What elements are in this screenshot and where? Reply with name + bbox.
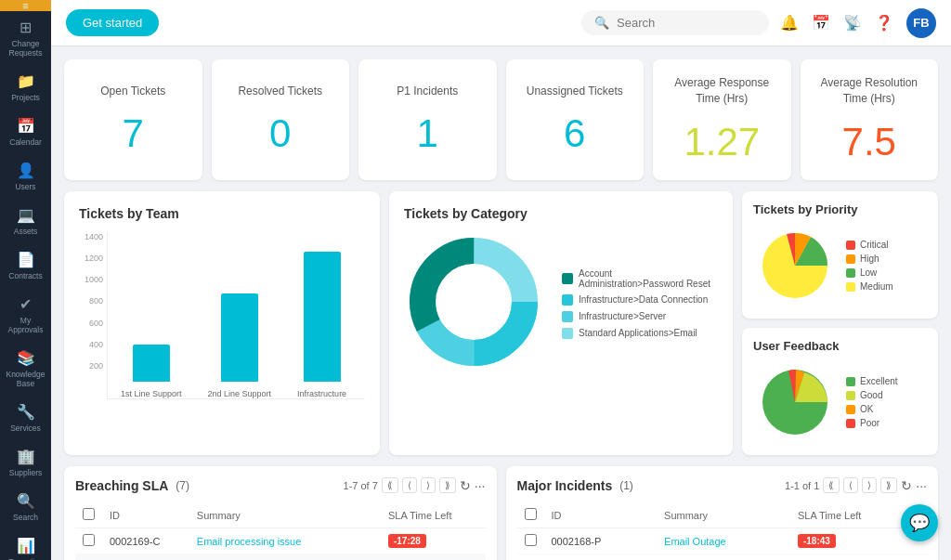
change-requests-icon: ⊞ <box>20 19 32 36</box>
major-incidents-header: Major Incidents (1) 1-1 of 1 ⟪ ⟨ ⟩ ⟫ ↻ ·… <box>517 477 928 493</box>
stat-resolved-tickets: Resolved Tickets 0 <box>212 59 350 180</box>
sidebar-item-assets[interactable]: 💻 Assets <box>0 199 51 243</box>
stats-row: Open Tickets 7 Resolved Tickets 0 P1 Inc… <box>64 59 938 180</box>
next-btn[interactable]: ⟩ <box>862 477 877 493</box>
legend-item-3: Standard Applications>Email <box>562 328 718 339</box>
bar-2nd-line: 2nd Line Support <box>208 293 272 398</box>
services-icon: 🔧 <box>17 403 35 421</box>
more-btn[interactable]: ··· <box>475 478 486 493</box>
donut-area: Account Administration>Password Reset In… <box>404 232 718 374</box>
legend-item-1: Infrastructure>Data Connection <box>562 294 718 306</box>
stat-p1-incidents: P1 Incidents 1 <box>358 59 497 180</box>
refresh-btn[interactable]: ↻ <box>460 478 471 493</box>
sidebar-item-contracts[interactable]: 📄 Contracts <box>0 243 51 288</box>
get-started-button[interactable]: Get started <box>66 9 159 36</box>
bar-infrastructure-bar <box>304 252 341 382</box>
donut-legend: Account Administration>Password Reset In… <box>562 268 718 339</box>
breaching-sla-pagination: 1-7 of 7 ⟪ ⟨ ⟩ ⟫ ↻ ··· <box>344 477 486 493</box>
legend-item-2: Infrastructure>Server <box>562 311 718 322</box>
right-charts: Tickets by Priority <box>742 191 938 455</box>
sidebar-item-search[interactable]: 🔍 Search <box>0 485 51 529</box>
sidebar-item-projects[interactable]: 📁 Projects <box>0 65 51 110</box>
select-all-checkbox[interactable] <box>83 508 95 520</box>
sidebar-item-calendar[interactable]: 📅 Calendar <box>0 110 51 154</box>
row-checkbox[interactable] <box>525 534 537 546</box>
calendar-header-icon[interactable]: 📅 <box>812 14 830 32</box>
sidebar-item-change-requests[interactable]: ⊞ Change Requests <box>0 11 51 65</box>
summary-link[interactable]: Email processing issue <box>197 536 302 547</box>
prev-prev-btn[interactable]: ⟪ <box>382 477 398 493</box>
sidebar-item-users[interactable]: 👤 Users <box>0 154 51 199</box>
suppliers-icon: 🏢 <box>17 448 35 465</box>
summary-link[interactable]: Email Outage <box>664 536 726 547</box>
major-incidents-title: Major Incidents <box>517 478 613 493</box>
sidebar-logo: ≡ <box>0 0 51 11</box>
more-btn[interactable]: ··· <box>916 478 927 493</box>
donut-svg <box>404 232 543 374</box>
assets-icon: 💻 <box>17 206 35 224</box>
tables-row: Breaching SLA (7) 1-7 of 7 ⟪ ⟨ ⟩ ⟫ ↻ ··· <box>64 466 938 560</box>
next-next-btn[interactable]: ⟫ <box>880 477 897 493</box>
rss-icon[interactable]: 📡 <box>843 14 862 32</box>
donut-chart-card: Tickets by Category <box>389 191 733 455</box>
users-icon: 👤 <box>17 162 35 179</box>
feedback-chart-card: User Feedback Excellent <box>742 328 938 455</box>
calendar-icon: 📅 <box>17 117 35 135</box>
feedback-legend: Excellent Good OK <box>846 376 898 428</box>
main-content: Get started 🔍 🔔 📅 📡 ❓ FB Open Tickets 7 … <box>51 0 951 560</box>
sla-badge: -18:43 <box>798 534 836 548</box>
breaching-sla-card: Breaching SLA (7) 1-7 of 7 ⟪ ⟨ ⟩ ⟫ ↻ ··· <box>64 466 497 560</box>
charts-row: Tickets by Team 1400 1200 1000 800 600 4… <box>64 191 938 455</box>
priority-pie-area: Critical High Low <box>753 224 927 307</box>
contracts-icon: 📄 <box>17 251 35 268</box>
select-all-checkbox[interactable] <box>525 508 537 520</box>
major-incidents-pagination: 1-1 of 1 ⟪ ⟨ ⟩ ⟫ ↻ ··· <box>785 477 927 493</box>
bar-1st-line: 1st Line Support <box>121 345 182 398</box>
prev-btn[interactable]: ⟨ <box>843 477 858 493</box>
major-incidents-table: ID Summary SLA Time Left 0002168-P Email… <box>517 502 928 554</box>
breaching-sla-table: ID Summary SLA Time Left 0002169-C Email… <box>75 502 486 560</box>
prev-prev-btn[interactable]: ⟪ <box>823 477 840 493</box>
sidebar-item-knowledge[interactable]: 📚 Knowledge Base <box>0 342 51 396</box>
next-next-btn[interactable]: ⟫ <box>439 477 456 493</box>
refresh-btn[interactable]: ↻ <box>901 478 912 493</box>
search-input[interactable] <box>617 16 756 30</box>
table-row: 0002168-P Email Outage -18:43 <box>75 554 486 561</box>
help-icon[interactable]: ❓ <box>875 14 893 32</box>
stat-unassigned-tickets: Unassigned Tickets 6 <box>506 59 645 180</box>
row-checkbox[interactable] <box>83 534 95 546</box>
bar-1st-line-bar <box>133 345 170 382</box>
major-incidents-card: Major Incidents (1) 1-1 of 1 ⟪ ⟨ ⟩ ⟫ ↻ ·… <box>506 466 939 560</box>
table-row: 0002169-C Email processing issue -17:28 <box>75 528 486 554</box>
sidebar-item-services[interactable]: 🔧 Services <box>0 396 51 440</box>
approvals-icon: ✔ <box>20 295 32 313</box>
priority-legend: Critical High Low <box>846 240 893 292</box>
sidebar-item-suppliers[interactable]: 🏢 Suppliers <box>0 440 51 485</box>
search-box: 🔍 <box>581 10 769 35</box>
stat-avg-response: Average Response Time (Hrs) 1.27 <box>653 59 791 180</box>
feedback-chart-title: User Feedback <box>753 339 927 353</box>
bell-icon[interactable]: 🔔 <box>780 14 799 32</box>
search-icon: 🔍 <box>594 16 609 30</box>
bar-chart-card: Tickets by Team 1400 1200 1000 800 600 4… <box>64 191 380 455</box>
header: Get started 🔍 🔔 📅 📡 ❓ FB <box>51 0 951 46</box>
donut-chart-title: Tickets by Category <box>404 206 718 221</box>
content-area: Open Tickets 7 Resolved Tickets 0 P1 Inc… <box>51 46 951 560</box>
sidebar-item-reporting[interactable]: 📊 Reporting <box>0 529 51 560</box>
bar-2nd-line-bar <box>221 293 258 382</box>
reporting-icon: 📊 <box>17 537 35 554</box>
breaching-sla-count: (7) <box>176 479 189 492</box>
breaching-sla-title: Breaching SLA <box>75 478 168 493</box>
fab-button[interactable]: 💬 <box>901 504 938 541</box>
legend-item-0: Account Administration>Password Reset <box>562 268 718 289</box>
prev-btn[interactable]: ⟨ <box>402 477 417 493</box>
svg-point-4 <box>438 267 509 337</box>
avatar[interactable]: FB <box>906 8 936 38</box>
header-icons: 🔔 📅 📡 ❓ FB <box>780 8 936 38</box>
priority-chart-title: Tickets by Priority <box>753 202 927 216</box>
stat-avg-resolution: Average Resolution Time (Hrs) 7.5 <box>801 59 939 180</box>
sidebar-item-approvals[interactable]: ✔ My Approvals <box>0 288 51 342</box>
stat-open-tickets: Open Tickets 7 <box>64 59 202 180</box>
bar-infrastructure: Infrastructure <box>297 252 346 398</box>
next-btn[interactable]: ⟩ <box>421 477 436 493</box>
